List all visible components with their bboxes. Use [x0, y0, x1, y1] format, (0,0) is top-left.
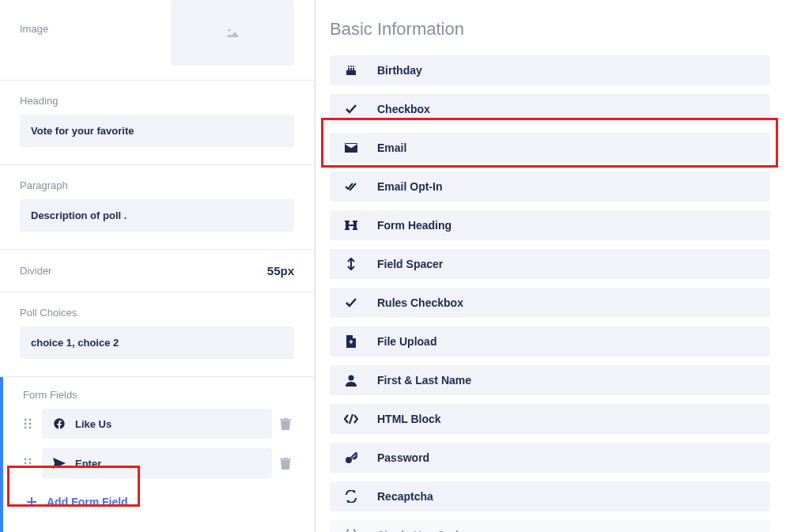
form-fields-section: Form Fields Like Us [0, 377, 314, 532]
heading-section[interactable]: Heading Vote for your favorite [0, 81, 314, 165]
divider-section[interactable]: Divider 55px [0, 250, 314, 292]
svg-point-1 [25, 419, 27, 421]
trash-icon[interactable] [280, 417, 294, 430]
add-form-field-label: Add Form Field [47, 496, 128, 508]
form-field-label: Enter [75, 458, 101, 470]
image-placeholder[interactable] [171, 0, 294, 66]
svg-point-4 [29, 423, 32, 425]
field-type-rules-checkbox[interactable]: Rules Checkbox [330, 288, 770, 318]
field-type-recaptcha[interactable]: Recaptcha [330, 481, 770, 511]
heading-label: Heading [20, 95, 294, 107]
poll-choices-section[interactable]: Poll Choices choice 1, choice 2 [0, 292, 314, 377]
svg-point-10 [29, 462, 32, 465]
field-type-label: Checkbox [377, 103, 430, 115]
form-field-enter[interactable]: Enter [42, 448, 272, 478]
heading-icon [344, 219, 358, 232]
trash-icon[interactable] [280, 457, 294, 470]
right-panel: Basic Information Birthday Checkbox Emai… [316, 0, 786, 532]
paragraph-label: Paragraph [20, 179, 294, 191]
svg-point-6 [29, 427, 32, 429]
field-type-birthday[interactable]: Birthday [330, 55, 770, 85]
svg-point-7 [25, 458, 27, 461]
form-field-like-us[interactable]: Like Us [42, 409, 272, 439]
svg-point-2 [29, 419, 32, 421]
drag-handle-icon[interactable] [23, 457, 34, 470]
svg-point-11 [25, 466, 27, 469]
field-type-label: Rules Checkbox [377, 296, 463, 309]
facebook-icon [53, 417, 66, 430]
svg-point-8 [29, 458, 32, 461]
spacer-icon [344, 258, 358, 270]
right-panel-title: Basic Information [330, 19, 770, 40]
check-icon [344, 103, 358, 115]
field-type-checkbox[interactable]: Checkbox [330, 94, 770, 124]
field-type-label: First & Last Name [377, 374, 471, 387]
svg-point-0 [229, 28, 231, 31]
svg-point-9 [25, 462, 27, 465]
field-type-single-use-codes[interactable]: Single Use Codes [330, 520, 770, 532]
image-label: Image [20, 23, 48, 35]
form-field-row: Enter [23, 448, 294, 478]
doublecheck-icon [344, 180, 358, 193]
field-type-name[interactable]: First & Last Name [330, 365, 770, 395]
svg-point-5 [25, 427, 27, 429]
divider-value: 55px [267, 264, 294, 277]
poll-choices-input[interactable]: choice 1, choice 2 [20, 326, 294, 359]
form-fields-label: Form Fields [23, 389, 294, 401]
field-type-label: Recaptcha [377, 490, 433, 503]
refresh-icon [344, 490, 358, 503]
field-type-email[interactable]: Email [330, 133, 770, 163]
svg-point-12 [29, 466, 32, 469]
field-type-label: Field Spacer [377, 258, 443, 270]
field-type-label: Form Heading [377, 219, 452, 232]
field-type-label: Password [377, 451, 429, 464]
field-type-list: Birthday Checkbox Email Email Opt-In [330, 55, 770, 532]
birthday-icon [344, 64, 358, 77]
heading-input[interactable]: Vote for your favorite [20, 115, 294, 147]
field-type-label: Email [377, 141, 406, 154]
key-icon [344, 451, 358, 464]
check-icon [344, 296, 358, 309]
drag-handle-icon[interactable] [23, 417, 34, 430]
svg-point-3 [25, 423, 27, 425]
field-type-email-optin[interactable]: Email Opt-In [330, 172, 770, 202]
field-type-label: HTML Block [377, 413, 441, 425]
divider-label: Divider [20, 265, 51, 277]
person-icon [344, 374, 358, 387]
form-field-label: Like Us [75, 418, 111, 430]
field-type-label: Single Use Codes [377, 529, 470, 532]
field-type-label: Email Opt-In [377, 180, 442, 193]
plus-icon [26, 496, 37, 507]
file-icon [344, 335, 358, 348]
image-section[interactable]: Image [0, 0, 314, 81]
envelope-icon [344, 141, 358, 154]
field-type-form-heading[interactable]: Form Heading [330, 210, 770, 240]
poll-choices-label: Poll Choices [20, 307, 294, 319]
field-type-password[interactable]: Password [330, 443, 770, 473]
braces-icon [344, 529, 358, 532]
code-icon [344, 413, 358, 425]
paragraph-section[interactable]: Paragraph Description of poll . [0, 165, 314, 250]
send-icon [53, 457, 66, 470]
left-panel: Image Heading Vote for your favorite Par… [0, 0, 316, 532]
field-type-file-upload[interactable]: File Upload [330, 326, 770, 357]
svg-point-14 [346, 457, 352, 463]
field-type-label: File Upload [377, 335, 436, 348]
svg-point-13 [349, 375, 354, 381]
paragraph-input[interactable]: Description of poll . [20, 199, 294, 232]
field-type-field-spacer[interactable]: Field Spacer [330, 249, 770, 279]
add-form-field-button[interactable]: Add Form Field [23, 488, 294, 516]
form-field-row: Like Us [23, 409, 294, 439]
field-type-label: Birthday [377, 64, 422, 77]
field-type-html-block[interactable]: HTML Block [330, 404, 770, 434]
image-icon [226, 28, 239, 39]
